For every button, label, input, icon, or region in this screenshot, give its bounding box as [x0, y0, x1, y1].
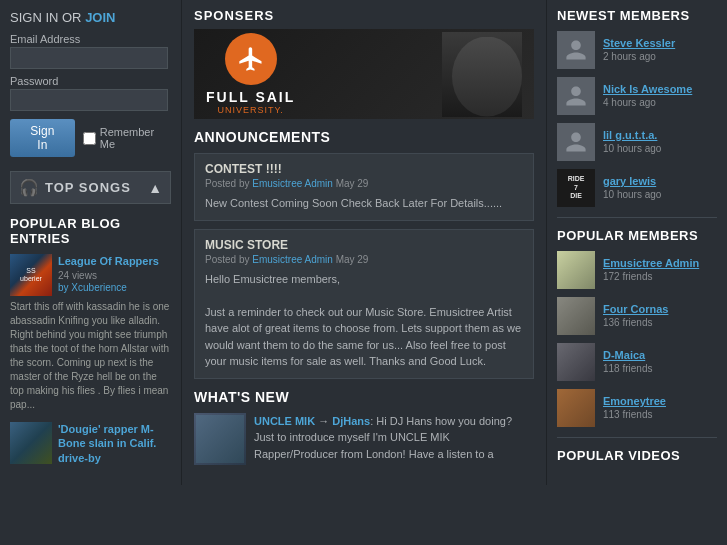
pop-member-4-info: Emoneytree 113 friends	[603, 395, 666, 421]
password-form-group: Password	[10, 75, 171, 111]
signin-title: SIGN IN OR JOIN	[10, 10, 171, 25]
avatar-lil	[557, 123, 595, 161]
member-3-time: 10 hours ago	[603, 143, 661, 154]
blog-entry-2-header: 'Dougie' rapper M-Bone slain in Calif. d…	[10, 422, 171, 465]
member-1-name[interactable]: Steve Kessler	[603, 37, 675, 49]
sponsor-name: FULL SAIL	[206, 89, 295, 105]
whats-new-item-1: UNCLE MIK → DjHans: Hi DJ Hans how you d…	[194, 413, 534, 465]
whats-new-title: WHAT'S NEW	[194, 389, 534, 405]
pop-member-3-friends: 118 friends	[603, 363, 652, 374]
pop-member-1-friends: 172 friends	[603, 271, 652, 282]
person-icon	[564, 130, 588, 154]
join-link[interactable]: JOIN	[85, 10, 115, 25]
popular-videos-title: POPULAR VIDEOS	[557, 448, 717, 463]
pop-member-2-info: Four Cornas 136 friends	[603, 303, 668, 329]
blog-author-1: by Xcuberience	[58, 282, 159, 293]
blog-entry-2: 'Dougie' rapper M-Bone slain in Calif. d…	[10, 422, 171, 465]
signin-row: Sign In Remember Me	[10, 119, 171, 157]
headphones-icon: 🎧	[19, 178, 39, 197]
newest-member-4: RIDE7DIE gary lewis 10 hours ago	[557, 169, 717, 207]
announcements-title: ANNOUNCEMENTS	[194, 129, 534, 145]
top-songs-bar[interactable]: 🎧 TOP SONGS ▲	[10, 171, 171, 204]
announcement-1-title: CONTEST !!!!	[205, 162, 523, 176]
member-4-name[interactable]: gary lewis	[603, 175, 661, 187]
announcement-2-body: Hello Emusictree members, Just a reminde…	[205, 271, 523, 370]
sponsor-subtitle: UNIVERSITY.	[217, 105, 283, 115]
email-label: Email Address	[10, 33, 171, 45]
main-wrapper: SIGN IN OR JOIN Email Address Password S…	[0, 0, 727, 485]
person-icon	[564, 38, 588, 62]
sponsor-banner[interactable]: FULL SAIL UNIVERSITY.	[194, 29, 534, 119]
pop-member-1-info: Emusictree Admin 172 friends	[603, 257, 699, 283]
announcement-1: CONTEST !!!! Posted by Emusictree Admin …	[194, 153, 534, 221]
plane-icon	[237, 45, 265, 73]
whats-new-from-link[interactable]: UNCLE MIK	[254, 415, 315, 427]
whats-new-to-link[interactable]: DjHans	[332, 415, 370, 427]
remember-me-checkbox[interactable]	[83, 132, 96, 145]
whats-new-text-1: UNCLE MIK → DjHans: Hi DJ Hans how you d…	[254, 413, 534, 465]
chevron-up-icon: ▲	[148, 180, 162, 196]
newest-member-2: Nick Is Awesome 4 hours ago	[557, 77, 717, 115]
signin-button[interactable]: Sign In	[10, 119, 75, 157]
pop-member-2-name[interactable]: Four Cornas	[603, 303, 668, 315]
pop-member-1-name[interactable]: Emusictree Admin	[603, 257, 699, 269]
announcement-2-author[interactable]: Emusictree Admin	[252, 254, 333, 265]
pop-member-2-friends: 136 friends	[603, 317, 652, 328]
pop-member-3-name[interactable]: D-Maica	[603, 349, 652, 361]
blog-title-1[interactable]: League Of Rappers	[58, 255, 159, 267]
sponsor-circle	[225, 33, 277, 85]
whats-new-thumb-1	[194, 413, 246, 465]
password-input[interactable]	[10, 89, 168, 111]
blog-entry-1-header: SSuberier League Of Rappers 24 views by …	[10, 254, 171, 296]
left-sidebar: SIGN IN OR JOIN Email Address Password S…	[0, 0, 182, 485]
newest-member-3: lil g.u.t.t.a. 10 hours ago	[557, 123, 717, 161]
signin-section: SIGN IN OR JOIN Email Address Password S…	[10, 10, 171, 157]
pop-member-1: Emusictree Admin 172 friends	[557, 251, 717, 289]
pop-member-4-friends: 113 friends	[603, 409, 652, 420]
pop-member-thumb-4	[557, 389, 595, 427]
pop-member-4: Emoneytree 113 friends	[557, 389, 717, 427]
password-label: Password	[10, 75, 171, 87]
member-3-name[interactable]: lil g.u.t.t.a.	[603, 129, 661, 141]
sponsors-title: SPONSERS	[194, 8, 534, 23]
member-3-info: lil g.u.t.t.a. 10 hours ago	[603, 129, 661, 155]
pop-member-2: Four Cornas 136 friends	[557, 297, 717, 335]
announcement-2-title: MUSIC STORE	[205, 238, 523, 252]
member-2-time: 4 hours ago	[603, 97, 656, 108]
member-1-time: 2 hours ago	[603, 51, 656, 62]
divider-1	[557, 217, 717, 218]
announcement-2-meta: Posted by Emusictree Admin May 29	[205, 254, 523, 265]
member-4-time: 10 hours ago	[603, 189, 661, 200]
divider-2	[557, 437, 717, 438]
blog-entry-1: SSuberier League Of Rappers 24 views by …	[10, 254, 171, 412]
blog-thumb-2	[10, 422, 52, 464]
remember-me-label[interactable]: Remember Me	[83, 126, 171, 150]
popular-blog-title: POPULAR BLOG ENTRIES	[10, 216, 171, 246]
sponsor-logo: FULL SAIL UNIVERSITY.	[206, 33, 295, 115]
member-2-info: Nick Is Awesome 4 hours ago	[603, 83, 692, 109]
blog-thumb-1: SSuberier	[10, 254, 52, 296]
member-4-info: gary lewis 10 hours ago	[603, 175, 661, 201]
member-2-name[interactable]: Nick Is Awesome	[603, 83, 692, 95]
avatar-steve	[557, 31, 595, 69]
avatar-nick	[557, 77, 595, 115]
newest-members-title: NEWEST MEMBERS	[557, 8, 717, 23]
email-input[interactable]	[10, 47, 168, 69]
pop-member-3: D-Maica 118 friends	[557, 343, 717, 381]
sponsor-person-image	[442, 32, 522, 117]
person-icon	[564, 84, 588, 108]
right-sidebar: NEWEST MEMBERS Steve Kessler 2 hours ago…	[547, 0, 727, 485]
pop-member-thumb-1	[557, 251, 595, 289]
pop-member-4-name[interactable]: Emoneytree	[603, 395, 666, 407]
announcement-1-meta: Posted by Emusictree Admin May 29	[205, 178, 523, 189]
member-1-info: Steve Kessler 2 hours ago	[603, 37, 675, 63]
blog-views-1: 24 views	[58, 270, 159, 281]
blog-title-2[interactable]: 'Dougie' rapper M-Bone slain in Calif. d…	[58, 423, 156, 464]
newest-member-1: Steve Kessler 2 hours ago	[557, 31, 717, 69]
announcement-1-body: New Contest Coming Soon Check Back Later…	[205, 195, 523, 212]
announcement-1-author[interactable]: Emusictree Admin	[252, 178, 333, 189]
top-songs-label: TOP SONGS	[45, 180, 148, 195]
pop-member-thumb-3	[557, 343, 595, 381]
pop-member-thumb-2	[557, 297, 595, 335]
email-form-group: Email Address	[10, 33, 171, 69]
